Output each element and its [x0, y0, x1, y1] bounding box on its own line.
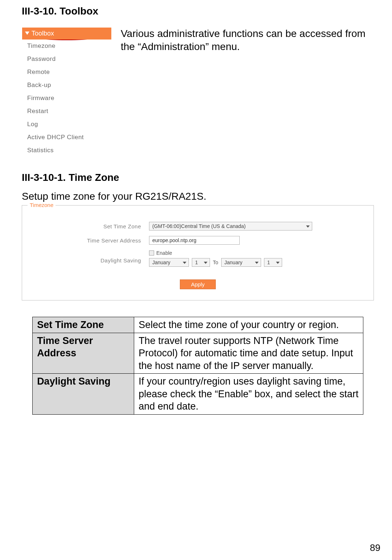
- timezone-select[interactable]: (GMT-06:00)Central Time (US & Canada): [149, 222, 312, 231]
- to-month-select[interactable]: January: [221, 258, 261, 267]
- timezone-select-value: (GMT-06:00)Central Time (US & Canada): [152, 223, 246, 229]
- toolbox-intro-row: Toolbox Timezone Password Remote Back-up…: [22, 27, 374, 157]
- table-value: If your country/region uses daylight sav…: [134, 374, 363, 415]
- table-row: Set Time Zone Select the time zone of yo…: [33, 317, 363, 333]
- from-day-value: 1: [195, 260, 198, 265]
- timezone-panel: Timezone Set Time Zone (GMT-06:00)Centra…: [22, 205, 374, 300]
- toolbox-item-timezone[interactable]: Timezone: [22, 40, 111, 53]
- to-month-value: January: [224, 260, 243, 265]
- from-month-value: January: [152, 260, 170, 265]
- toolbox-item-firmware[interactable]: Firmware: [22, 92, 111, 105]
- section-heading: III-3-10. Toolbox: [22, 5, 374, 17]
- from-month-select[interactable]: January: [149, 258, 189, 267]
- toolbox-item-dhcp[interactable]: Active DHCP Client: [22, 131, 111, 144]
- toolbox-item-stats[interactable]: Statistics: [22, 144, 111, 157]
- toolbox-item-password[interactable]: Password: [22, 53, 111, 66]
- page-number: 89: [370, 542, 380, 553]
- table-key: Set Time Zone: [33, 317, 134, 333]
- intro-text: Various administrative functions can be …: [121, 27, 374, 54]
- toolbox-menu: Toolbox Timezone Password Remote Back-up…: [22, 27, 112, 157]
- row-time-server: Time Server Address europe.pool.ntp.org: [29, 236, 366, 245]
- chevron-down-icon: [204, 262, 207, 264]
- row-set-time-zone: Set Time Zone (GMT-06:00)Central Time (U…: [29, 222, 366, 231]
- daylight-range: January 1 To January 1: [149, 258, 282, 267]
- subsection-heading: III-3-10-1. Time Zone: [22, 172, 374, 183]
- chevron-down-icon: [183, 262, 186, 264]
- table-key: Daylight Saving: [33, 374, 134, 415]
- toolbox-item-restart[interactable]: Restart: [22, 105, 111, 118]
- enable-checkbox[interactable]: [149, 250, 154, 256]
- to-day-select[interactable]: 1: [264, 258, 282, 267]
- to-label: To: [213, 260, 218, 265]
- toolbox-header-label: Toolbox: [32, 30, 54, 37]
- toolbox-item-remote[interactable]: Remote: [22, 66, 111, 79]
- label-daylight-saving: Daylight Saving: [29, 250, 149, 264]
- enable-checkbox-label: Enable: [156, 250, 172, 256]
- label-set-time-zone: Set Time Zone: [29, 223, 149, 229]
- description-table: Set Time Zone Select the time zone of yo…: [32, 317, 363, 415]
- table-row: Daylight Saving If your country/region u…: [33, 374, 363, 415]
- label-time-server: Time Server Address: [29, 237, 149, 244]
- chevron-down-icon: [25, 32, 29, 35]
- setup-description: Setup time zone for your RG21S/RA21S.: [22, 191, 374, 202]
- row-daylight-saving: Daylight Saving Enable January 1 To Janu…: [29, 250, 366, 267]
- chevron-down-icon: [255, 262, 259, 264]
- apply-button-wrap: Apply: [29, 279, 366, 289]
- table-key: Time Server Address: [33, 333, 134, 374]
- table-value: Select the time zone of your country or …: [134, 317, 363, 333]
- time-server-input[interactable]: europe.pool.ntp.org: [149, 236, 240, 245]
- toolbox-item-backup[interactable]: Back-up: [22, 79, 111, 92]
- chevron-down-icon: [276, 262, 280, 264]
- toolbox-header[interactable]: Toolbox: [22, 28, 111, 40]
- from-day-select[interactable]: 1: [192, 258, 210, 267]
- table-value: The travel router supports NTP (Network …: [134, 333, 363, 374]
- toolbox-item-log[interactable]: Log: [22, 118, 111, 131]
- panel-legend: Timezone: [28, 202, 55, 208]
- apply-button[interactable]: Apply: [180, 279, 216, 289]
- chevron-down-icon: [306, 225, 310, 228]
- table-row: Time Server Address The travel router su…: [33, 333, 363, 374]
- to-day-value: 1: [267, 260, 270, 265]
